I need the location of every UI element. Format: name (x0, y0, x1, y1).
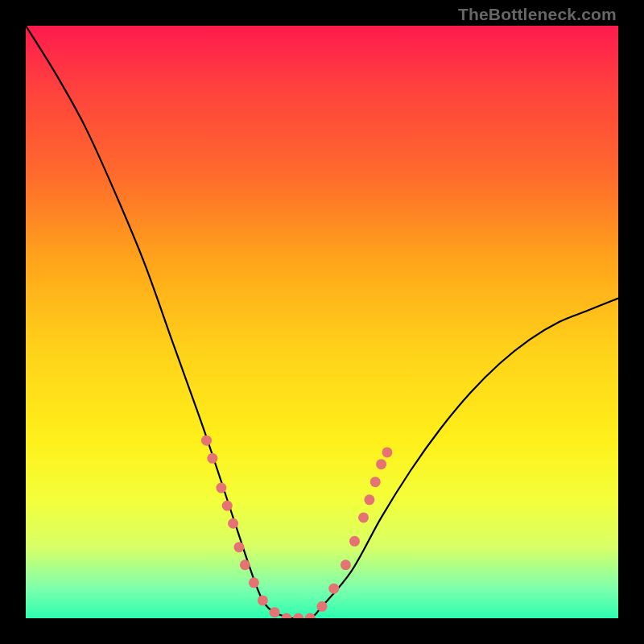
marker-dot (341, 559, 351, 570)
marker-dot (358, 512, 369, 522)
marker-dot (281, 613, 291, 619)
marker-dot (364, 494, 374, 505)
marker-dot (249, 577, 259, 588)
marker-dot (293, 613, 303, 619)
marker-dot (258, 595, 268, 605)
outer-frame: TheBottleneck.com (0, 0, 644, 644)
attribution-text: TheBottleneck.com (458, 5, 617, 24)
marker-dot (328, 584, 339, 594)
marker-dot (382, 447, 392, 457)
marker-dot (370, 477, 381, 487)
marker-dot (207, 453, 217, 464)
marker-dot (270, 607, 280, 617)
marker-dot (305, 613, 316, 619)
marker-dot (240, 559, 250, 570)
marker-dot (228, 518, 238, 529)
marker-dot (201, 436, 212, 446)
marker-dot (216, 483, 226, 493)
highlighted-points (201, 436, 392, 618)
plot-area (26, 26, 618, 618)
chart-svg (26, 26, 618, 618)
bottleneck-curve (26, 26, 618, 618)
marker-dot (349, 536, 360, 547)
marker-dot (233, 542, 244, 552)
marker-dot (317, 601, 328, 612)
marker-dot (222, 501, 233, 511)
marker-dot (376, 459, 386, 469)
